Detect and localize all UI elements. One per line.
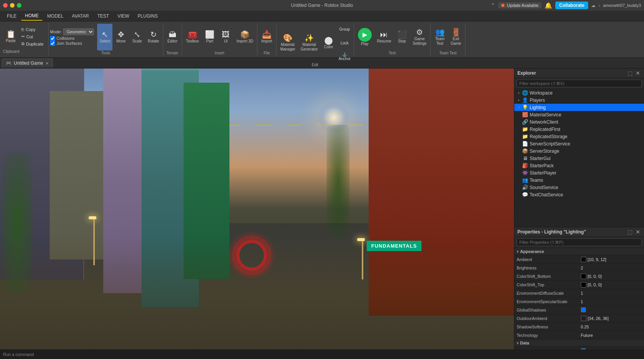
tab-close-button[interactable]: ✕	[46, 61, 49, 65]
ui-icon: 🖼	[222, 31, 229, 38]
prop-name-environmentspecularscale: EnvironmentSpecularScale	[517, 299, 581, 304]
maximize-button[interactable]	[17, 3, 21, 8]
properties-expand-button[interactable]: ⬚	[627, 229, 633, 235]
edit-section: 🎨 MaterialManager ✨ MaterialGenerator ⬤ …	[276, 23, 354, 56]
import3d-button[interactable]: 📦 Import 3D	[234, 24, 255, 51]
explorer-close-button[interactable]: ✕	[635, 70, 641, 76]
collisions-checkbox[interactable]	[50, 36, 55, 41]
explorer-filter-input[interactable]	[517, 80, 642, 87]
prop-checkbox-globalshadows[interactable]	[581, 307, 586, 312]
explorer-actions: ⬚ ✕	[627, 70, 641, 76]
tree-item-starterplayer[interactable]: 👾 StarterPlayer	[514, 169, 644, 176]
expand-icon[interactable]: ⌃	[491, 2, 495, 8]
tree-item-teams[interactable]: 👥 Teams	[514, 176, 644, 184]
prop-swatch-colorshift_bottom[interactable]	[581, 274, 586, 279]
stop-button[interactable]: ⬛ Stop	[394, 24, 410, 51]
group-button[interactable]: Group	[337, 23, 352, 35]
menu-view[interactable]: VIEW	[114, 12, 133, 20]
prop-checkbox-archivable[interactable]	[581, 348, 586, 349]
prop-swatch-ambient[interactable]	[581, 257, 586, 262]
prop-swatch-outdoorambient[interactable]	[581, 316, 586, 321]
tree-item-textchatservice[interactable]: 💬 TextChatService	[514, 191, 644, 198]
tree-item-serverstorage[interactable]: 📦 ServerStorage	[514, 147, 644, 155]
editor-button[interactable]: 🏔 Editor	[165, 24, 180, 51]
properties-close-button[interactable]: ✕	[635, 229, 641, 235]
prop-row-outdoorambient[interactable]: OutdoorAmbient [34, 26, 36]	[514, 314, 644, 323]
tree-icon-replicatedstorage: 📁	[522, 134, 528, 139]
prop-row-technology[interactable]: Technology Future	[514, 331, 644, 339]
tab-untitled-game[interactable]: 🎮 Untitled Game ✕	[2, 59, 53, 67]
tree-item-soundservice[interactable]: 🔊 SoundService	[514, 184, 644, 191]
game-settings-button[interactable]: ⚙ GameSettings	[410, 24, 429, 51]
tree-item-serverscriptservice[interactable]: 📄 ServerScriptService	[514, 140, 644, 147]
prop-row-environmentspecularscale[interactable]: EnvironmentSpecularScale 1	[514, 297, 644, 306]
tree-item-lighting[interactable]: ▾ 💡 Lighting	[514, 104, 644, 111]
menu-test[interactable]: TEST	[93, 12, 113, 20]
prop-row-globalshadows[interactable]: GlobalShadows	[514, 306, 644, 314]
rotate-button[interactable]: ↻ Rotate	[145, 24, 161, 51]
ui-button[interactable]: 🖼 UI	[218, 24, 233, 51]
mode-dropdown[interactable]: Geometric	[63, 28, 94, 35]
menu-model[interactable]: MODEL	[43, 12, 67, 20]
select-button[interactable]: ↖ Select	[97, 24, 112, 51]
collaborate-button[interactable]: Collaborate	[555, 2, 588, 9]
explorer-expand-button[interactable]: ⬚	[627, 70, 633, 76]
prop-row-archivable[interactable]: Archivable	[514, 347, 644, 349]
tree-item-materialservice[interactable]: 🧱 MaterialService	[514, 111, 644, 118]
import-button[interactable]: 📥 Import	[259, 24, 274, 51]
exit-game-button[interactable]: 🚪 ExitGame	[448, 24, 463, 51]
prop-row-shadowsoftness[interactable]: ShadowSoftness 0.25	[514, 323, 644, 331]
lock-button[interactable]: Lock	[337, 37, 352, 49]
chevron-icon[interactable]: ›	[598, 3, 600, 8]
menu-home[interactable]: HOME	[21, 11, 42, 21]
material-generator-button[interactable]: ✨ MaterialGenerator	[298, 29, 320, 56]
join-surfaces-checkbox[interactable]	[50, 41, 55, 46]
cut-icon: ✂	[21, 34, 25, 39]
prop-row-environmentdiffusescale[interactable]: EnvironmentDiffuseScale 1	[514, 289, 644, 297]
tree-item-replicatedstorage[interactable]: 📁 ReplicatedStorage	[514, 133, 644, 140]
paste-button[interactable]: 📋 Paste	[3, 24, 18, 49]
copy-button[interactable]: ⎘ Copy	[20, 26, 45, 33]
menu-avatar[interactable]: AVATAR	[68, 12, 93, 20]
menu-file[interactable]: FILE	[3, 12, 20, 20]
color-button[interactable]: ⬤ Color	[321, 29, 336, 56]
prop-value-container-shadowsoftness: 0.25	[581, 325, 642, 329]
update-badge[interactable]: Update Available	[498, 2, 542, 8]
bell-icon[interactable]: 🔔	[545, 2, 552, 9]
toolbox-button[interactable]: 🧰 Toolbox	[184, 24, 201, 51]
duplicate-button[interactable]: ⧉ Duplicate	[20, 41, 45, 47]
menu-plugins[interactable]: PLUGINS	[134, 12, 162, 20]
resume-button[interactable]: ⏭ Resume	[375, 24, 394, 51]
minimize-button[interactable]	[10, 3, 15, 8]
editor-icon: 🏔	[169, 31, 176, 38]
tree-expand-lighting[interactable]: ▾	[516, 106, 522, 109]
team-test-button[interactable]: 👥 TeamTest	[432, 24, 447, 51]
tree-item-networkclient[interactable]: 🔗 NetworkClient	[514, 118, 644, 126]
cut-button[interactable]: ✂ Cut	[20, 33, 45, 40]
prop-row-colorshift-bottom[interactable]: ColorShift_Bottom [0, 0, 0]	[514, 272, 644, 281]
anchor-button[interactable]: ⚓ Anchor	[337, 51, 352, 63]
properties-filter-input[interactable]	[517, 238, 642, 246]
tree-item-starterpack[interactable]: 🎒 StarterPack	[514, 162, 644, 169]
tree-item-replicatedfirst[interactable]: 📁 ReplicatedFirst	[514, 126, 644, 133]
prop-row-brightness[interactable]: Brightness 2	[514, 264, 644, 272]
prop-section-data[interactable]: ▾Data	[514, 339, 644, 347]
tree-item-players[interactable]: ▸ 👤 Players	[514, 96, 644, 104]
material-manager-button[interactable]: 🎨 MaterialManager	[278, 29, 298, 56]
tree-expand-players[interactable]: ▸	[516, 98, 522, 102]
tree-expand-workspace[interactable]: ▸	[516, 91, 522, 95]
tree-item-startergui[interactable]: 🖥 StarterGui	[514, 155, 644, 162]
move-button[interactable]: ✥ Move	[113, 24, 128, 51]
part-button[interactable]: ⬜ Part	[202, 24, 217, 51]
prop-row-colorshift-top[interactable]: ColorShift_Top [0, 0, 0]	[514, 281, 644, 289]
duplicate-icon: ⧉	[21, 41, 24, 46]
scale-button[interactable]: ⤡ Scale	[129, 24, 145, 51]
play-button[interactable]: ▶ Play	[356, 24, 374, 51]
prop-row-ambient[interactable]: Ambient [10, 9, 12]	[514, 255, 644, 264]
tree-item-workspace[interactable]: ▸ 🌐 Workspace	[514, 89, 644, 96]
prop-swatch-colorshift_top[interactable]	[581, 282, 586, 287]
prop-value-container-brightness: 2	[581, 266, 642, 270]
prop-section-appearance[interactable]: ▾Appearance	[514, 248, 644, 255]
viewport[interactable]: FUNDAMENTALS	[0, 69, 514, 349]
close-button[interactable]	[3, 3, 8, 8]
